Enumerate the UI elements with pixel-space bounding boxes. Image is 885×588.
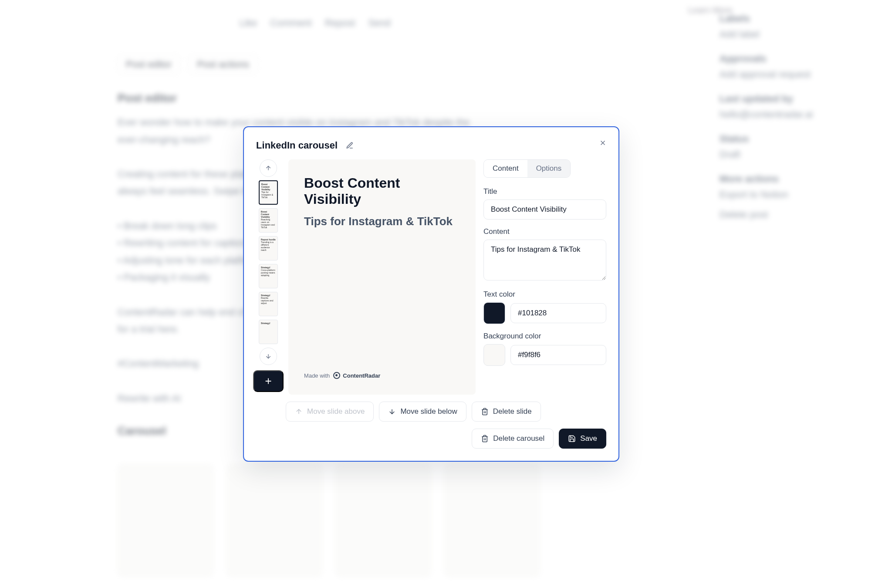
bg-color-label: Background color (483, 332, 606, 341)
text-color-swatch[interactable] (483, 302, 505, 324)
plus-icon (263, 376, 273, 386)
move-slide-below-button[interactable]: Move slide below (379, 402, 466, 422)
title-input[interactable] (483, 199, 606, 220)
content-label: Content (483, 227, 606, 236)
arrow-down-icon (388, 408, 396, 416)
delete-carousel-button[interactable]: Delete carousel (472, 429, 554, 449)
thumb-1[interactable]: Boost Content VisibilityTips for Instagr… (259, 180, 278, 205)
thumb-2[interactable]: Boost Content VisibilityReaching users o… (259, 208, 278, 233)
bg-color-swatch[interactable] (483, 344, 505, 366)
close-icon (599, 139, 607, 147)
text-color-input[interactable] (510, 303, 606, 323)
brand-badge: ContentRadar (333, 372, 380, 379)
close-button[interactable] (597, 137, 609, 149)
arrow-up-icon (295, 408, 303, 416)
slide-controls: Content Options Title Content Tips for I… (483, 159, 606, 395)
save-button[interactable]: Save (559, 429, 606, 449)
made-with-label: Made with (304, 372, 330, 379)
tab-options[interactable]: Options (527, 160, 571, 177)
editor-tabs: Content Options (483, 159, 571, 178)
brand-icon (333, 372, 340, 379)
title-label: Title (483, 187, 606, 196)
carousel-editor-modal: LinkedIn carousel Boost Content Visibili… (243, 126, 619, 462)
content-textarea[interactable]: Tips for Instagram & TikTok (483, 240, 606, 280)
scroll-thumbs-up[interactable] (260, 159, 277, 177)
slide-preview: Boost Content Visibility Tips for Instag… (288, 159, 476, 395)
trash-icon (481, 435, 489, 443)
bg-color-input[interactable] (510, 345, 606, 365)
thumb-3[interactable]: Repost hurdleTrending is a different aud… (259, 236, 278, 260)
modal-title: LinkedIn carousel (256, 140, 338, 151)
edit-title-button[interactable] (344, 139, 356, 152)
pencil-icon (346, 142, 354, 149)
arrow-down-icon (265, 353, 272, 360)
trash-icon (481, 408, 489, 416)
preview-title: Boost Content Visibility (304, 175, 460, 207)
move-slide-above-button[interactable]: Move slide above (286, 402, 374, 422)
add-slide-button[interactable] (253, 370, 284, 392)
thumb-4[interactable]: Strategy!Cross-platform posting means ad… (259, 264, 278, 288)
save-icon (568, 435, 576, 443)
scroll-thumbs-down[interactable] (260, 348, 277, 365)
slide-thumbnails: Boost Content VisibilityTips for Instagr… (256, 159, 280, 395)
tab-content[interactable]: Content (484, 160, 527, 177)
thumb-5[interactable]: Strategy!Rewrite captions and adjust (259, 292, 278, 316)
text-color-label: Text color (483, 290, 606, 299)
arrow-up-icon (265, 165, 272, 172)
preview-subtitle: Tips for Instagram & TikTok (304, 214, 460, 229)
delete-slide-button[interactable]: Delete slide (472, 402, 541, 422)
thumb-6[interactable]: Strategy! (259, 320, 278, 344)
